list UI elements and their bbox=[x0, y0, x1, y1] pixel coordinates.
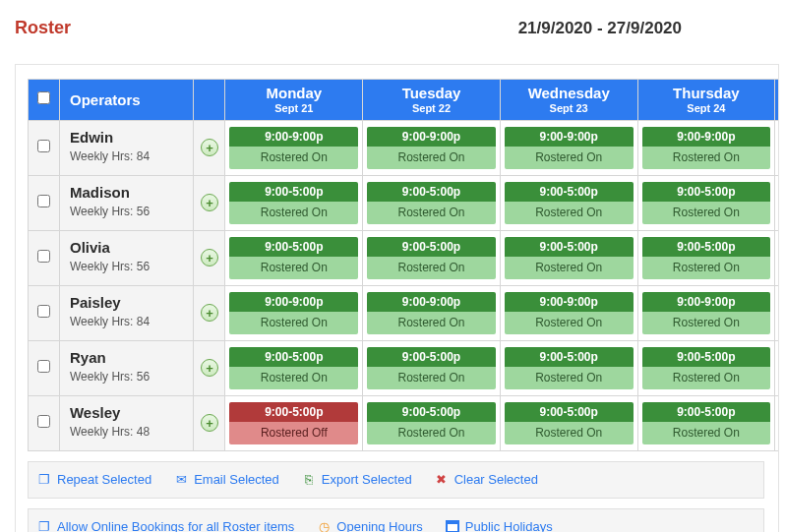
shift-cell: 9:00-9:00pRostered On bbox=[225, 285, 363, 340]
shift-cell-partial bbox=[775, 285, 779, 340]
clear-selected-link[interactable]: ✖ Clear Selected bbox=[434, 472, 538, 488]
roster-table: Operators MondaySept 21TuesdaySept 22Wed… bbox=[28, 79, 779, 451]
shift-cell: 9:00-9:00pRostered On bbox=[500, 285, 637, 340]
day-header[interactable]: TuesdaySept 22 bbox=[363, 80, 501, 121]
shift-cell: 9:00-5:00pRostered On bbox=[637, 175, 775, 230]
day-header[interactable]: ThursdaySept 24 bbox=[637, 80, 775, 121]
export-selected-label: Export Selected bbox=[322, 472, 412, 487]
add-shift-button[interactable]: + bbox=[201, 139, 218, 156]
day-header-partial[interactable] bbox=[775, 80, 779, 121]
row-select-checkbox[interactable] bbox=[37, 195, 50, 207]
date-range: 21/9/2020 - 27/9/2020 bbox=[518, 19, 682, 38]
shift-slot[interactable]: 9:00-5:00pRostered On bbox=[642, 182, 771, 224]
add-shift-button[interactable]: + bbox=[201, 249, 218, 266]
shift-slot[interactable]: 9:00-5:00pRostered On bbox=[229, 347, 358, 389]
shift-slot[interactable]: 9:00-5:00pRostered On bbox=[367, 237, 496, 279]
day-header[interactable]: MondaySept 21 bbox=[225, 80, 363, 121]
shift-slot[interactable]: 9:00-5:00pRostered On bbox=[642, 237, 771, 279]
plus-icon: + bbox=[206, 307, 213, 320]
table-row: RyanWeekly Hrs: 56+9:00-5:00pRostered On… bbox=[29, 340, 780, 395]
shift-time: 9:00-5:00p bbox=[229, 182, 358, 202]
shift-cell-partial bbox=[775, 395, 779, 450]
shift-status: Rostered On bbox=[229, 367, 358, 389]
shift-cell: 9:00-5:00pRostered On bbox=[500, 395, 637, 450]
shift-slot[interactable]: 9:00-5:00pRostered On bbox=[229, 237, 358, 279]
shift-slot[interactable]: 9:00-9:00pRostered On bbox=[367, 127, 496, 169]
add-shift-cell: + bbox=[194, 395, 225, 450]
opening-hours-link[interactable]: ◷ Opening Hours bbox=[316, 519, 422, 533]
allow-online-bookings-link[interactable]: ❐ Allow Online Bookings for all Roster i… bbox=[36, 519, 294, 533]
shift-cell: 9:00-9:00pRostered On bbox=[500, 120, 637, 175]
row-select-checkbox[interactable] bbox=[37, 360, 50, 373]
shift-cell: 9:00-9:00pRostered On bbox=[225, 120, 363, 175]
day-date: Sept 24 bbox=[642, 102, 771, 114]
shift-time: 9:00-9:00p bbox=[505, 127, 634, 147]
shift-cell-partial bbox=[775, 230, 779, 285]
shift-cell: 9:00-5:00pRostered On bbox=[225, 175, 363, 230]
roster-panel: Operators MondaySept 21TuesdaySept 22Wed… bbox=[15, 64, 779, 532]
shift-slot[interactable]: 9:00-9:00pRostered On bbox=[505, 292, 634, 334]
shift-status: Rostered Off bbox=[229, 422, 358, 444]
shift-slot[interactable]: 9:00-5:00pRostered On bbox=[367, 347, 496, 389]
shift-slot[interactable]: 9:00-5:00pRostered On bbox=[505, 347, 634, 389]
add-shift-button[interactable]: + bbox=[201, 414, 218, 432]
shift-slot[interactable]: 9:00-5:00pRostered On bbox=[642, 402, 771, 444]
shift-slot[interactable]: 9:00-9:00pRostered On bbox=[229, 292, 358, 334]
shift-slot[interactable]: 9:00-5:00pRostered On bbox=[505, 237, 634, 279]
calendar-icon bbox=[445, 519, 460, 533]
shift-status: Rostered On bbox=[505, 147, 634, 169]
clear-icon: ✖ bbox=[434, 472, 450, 488]
email-selected-link[interactable]: ✉ Email Selected bbox=[173, 472, 279, 488]
shift-time: 9:00-5:00p bbox=[229, 347, 358, 367]
shift-cell: 9:00-5:00pRostered On bbox=[500, 340, 637, 395]
operator-cell[interactable]: MadisonWeekly Hrs: 56 bbox=[59, 175, 194, 230]
shift-slot[interactable]: 9:00-5:00pRostered On bbox=[367, 182, 496, 224]
shift-time: 9:00-9:00p bbox=[505, 292, 634, 312]
row-select-checkbox[interactable] bbox=[37, 140, 50, 152]
operator-cell[interactable]: RyanWeekly Hrs: 56 bbox=[59, 340, 194, 395]
action-bar-1: ❐ Repeat Selected ✉ Email Selected ⎘ Exp… bbox=[28, 461, 764, 499]
export-selected-link[interactable]: ⎘ Export Selected bbox=[301, 472, 412, 488]
shift-slot[interactable]: 9:00-9:00pRostered On bbox=[229, 127, 358, 169]
shift-slot[interactable]: 9:00-9:00pRostered On bbox=[642, 127, 771, 169]
day-header[interactable]: WednesdaySept 23 bbox=[500, 80, 637, 121]
shift-time: 9:00-5:00p bbox=[642, 182, 771, 202]
shift-status: Rostered On bbox=[367, 367, 496, 389]
shift-slot[interactable]: 9:00-5:00pRostered On bbox=[505, 402, 634, 444]
shift-status: Rostered On bbox=[229, 257, 358, 279]
shift-slot[interactable]: 9:00-5:00pRostered On bbox=[505, 182, 634, 224]
add-shift-button[interactable]: + bbox=[201, 194, 218, 211]
public-holidays-link[interactable]: Public Holidays bbox=[445, 519, 553, 533]
add-shift-button[interactable]: + bbox=[201, 304, 218, 322]
public-holidays-label: Public Holidays bbox=[465, 519, 553, 532]
row-select-checkbox[interactable] bbox=[37, 250, 50, 263]
shift-slot[interactable]: 9:00-5:00pRostered On bbox=[642, 347, 771, 389]
shift-cell: 9:00-5:00pRostered On bbox=[363, 230, 501, 285]
shift-slot[interactable]: 9:00-9:00pRostered On bbox=[367, 292, 496, 334]
shift-slot[interactable]: 9:00-5:00pRostered On bbox=[229, 182, 358, 224]
repeat-selected-link[interactable]: ❐ Repeat Selected bbox=[36, 472, 151, 488]
plus-icon: + bbox=[206, 142, 213, 154]
shift-time: 9:00-5:00p bbox=[367, 182, 496, 202]
operators-header[interactable]: Operators bbox=[59, 80, 194, 121]
shift-time: 9:00-9:00p bbox=[229, 292, 358, 312]
operator-cell[interactable]: PaisleyWeekly Hrs: 84 bbox=[59, 285, 194, 340]
shift-time: 9:00-5:00p bbox=[367, 402, 496, 422]
row-select-checkbox[interactable] bbox=[37, 305, 50, 318]
operator-cell[interactable]: WesleyWeekly Hrs: 48 bbox=[59, 395, 194, 450]
select-all-header bbox=[29, 80, 60, 121]
operator-cell[interactable]: OliviaWeekly Hrs: 56 bbox=[59, 230, 194, 285]
row-select-cell bbox=[29, 395, 60, 450]
plus-icon: + bbox=[206, 197, 213, 209]
shift-slot[interactable]: 9:00-9:00pRostered On bbox=[642, 292, 771, 334]
shift-slot[interactable]: 9:00-9:00pRostered On bbox=[505, 127, 634, 169]
shift-status: Rostered On bbox=[367, 202, 496, 224]
select-all-checkbox[interactable] bbox=[37, 91, 50, 104]
shift-cell: 9:00-5:00pRostered On bbox=[225, 340, 363, 395]
row-select-checkbox[interactable] bbox=[37, 415, 50, 428]
operator-cell[interactable]: EdwinWeekly Hrs: 84 bbox=[59, 120, 194, 175]
add-shift-button[interactable]: + bbox=[201, 359, 218, 377]
shift-slot[interactable]: 9:00-5:00pRostered On bbox=[367, 402, 496, 444]
shift-slot[interactable]: 9:00-5:00pRostered Off bbox=[229, 402, 358, 444]
shift-status: Rostered On bbox=[642, 147, 771, 169]
